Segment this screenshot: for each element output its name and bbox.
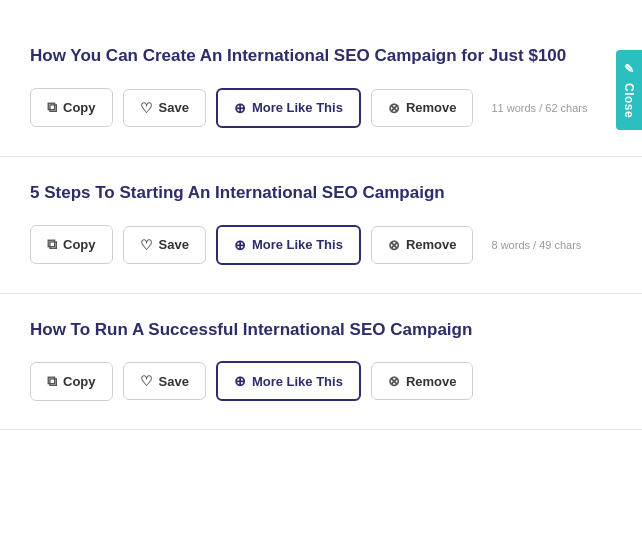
- plus-icon: ⊕: [234, 100, 246, 116]
- x-icon: ⊗: [388, 100, 400, 116]
- close-tab-label: Close: [622, 83, 636, 118]
- card-3-remove-button[interactable]: ⊗Remove: [371, 362, 474, 400]
- card-2-word-count: 8 words / 49 chars: [491, 239, 581, 251]
- copy-label: Copy: [63, 237, 96, 252]
- card-1-save-button[interactable]: ♡Save: [123, 89, 206, 127]
- heart-icon: ♡: [140, 100, 153, 116]
- copy-label: Copy: [63, 374, 96, 389]
- save-label: Save: [159, 237, 189, 252]
- card-1-title: How You Can Create An International SEO …: [30, 44, 612, 68]
- copy-icon: ⧉: [47, 373, 57, 390]
- card-3-save-button[interactable]: ♡Save: [123, 362, 206, 400]
- remove-label: Remove: [406, 237, 457, 252]
- more-like-this-label: More Like This: [252, 237, 343, 252]
- copy-icon: ⧉: [47, 236, 57, 253]
- main-container: ✎ Close How You Can Create An Internatio…: [0, 0, 642, 430]
- remove-label: Remove: [406, 374, 457, 389]
- card-2-title: 5 Steps To Starting An International SEO…: [30, 181, 612, 205]
- card-1-more-like-this-button[interactable]: ⊕More Like This: [216, 88, 361, 128]
- close-tab-icon: ✎: [622, 62, 636, 77]
- more-like-this-label: More Like This: [252, 100, 343, 115]
- save-label: Save: [159, 100, 189, 115]
- heart-icon: ♡: [140, 237, 153, 253]
- more-like-this-label: More Like This: [252, 374, 343, 389]
- card-3-actions: ⧉Copy♡Save⊕More Like This⊗Remove: [30, 361, 612, 401]
- remove-label: Remove: [406, 100, 457, 115]
- card-1-actions: ⧉Copy♡Save⊕More Like This⊗Remove11 words…: [30, 88, 612, 128]
- save-label: Save: [159, 374, 189, 389]
- card-1-copy-button[interactable]: ⧉Copy: [30, 88, 113, 127]
- plus-icon: ⊕: [234, 373, 246, 389]
- card-3-copy-button[interactable]: ⧉Copy: [30, 362, 113, 401]
- card-2-remove-button[interactable]: ⊗Remove: [371, 226, 474, 264]
- card-3-title: How To Run A Successful International SE…: [30, 318, 612, 342]
- close-tab[interactable]: ✎ Close: [616, 50, 642, 130]
- copy-label: Copy: [63, 100, 96, 115]
- card-3: How To Run A Successful International SE…: [0, 294, 642, 431]
- card-1: How You Can Create An International SEO …: [0, 20, 642, 157]
- x-icon: ⊗: [388, 237, 400, 253]
- card-2-more-like-this-button[interactable]: ⊕More Like This: [216, 225, 361, 265]
- card-2-save-button[interactable]: ♡Save: [123, 226, 206, 264]
- copy-icon: ⧉: [47, 99, 57, 116]
- x-icon: ⊗: [388, 373, 400, 389]
- card-2: 5 Steps To Starting An International SEO…: [0, 157, 642, 294]
- card-2-copy-button[interactable]: ⧉Copy: [30, 225, 113, 264]
- plus-icon: ⊕: [234, 237, 246, 253]
- heart-icon: ♡: [140, 373, 153, 389]
- card-2-actions: ⧉Copy♡Save⊕More Like This⊗Remove8 words …: [30, 225, 612, 265]
- card-1-word-count: 11 words / 62 chars: [491, 102, 587, 114]
- cards-container: How You Can Create An International SEO …: [0, 20, 642, 430]
- card-3-more-like-this-button[interactable]: ⊕More Like This: [216, 361, 361, 401]
- card-1-remove-button[interactable]: ⊗Remove: [371, 89, 474, 127]
